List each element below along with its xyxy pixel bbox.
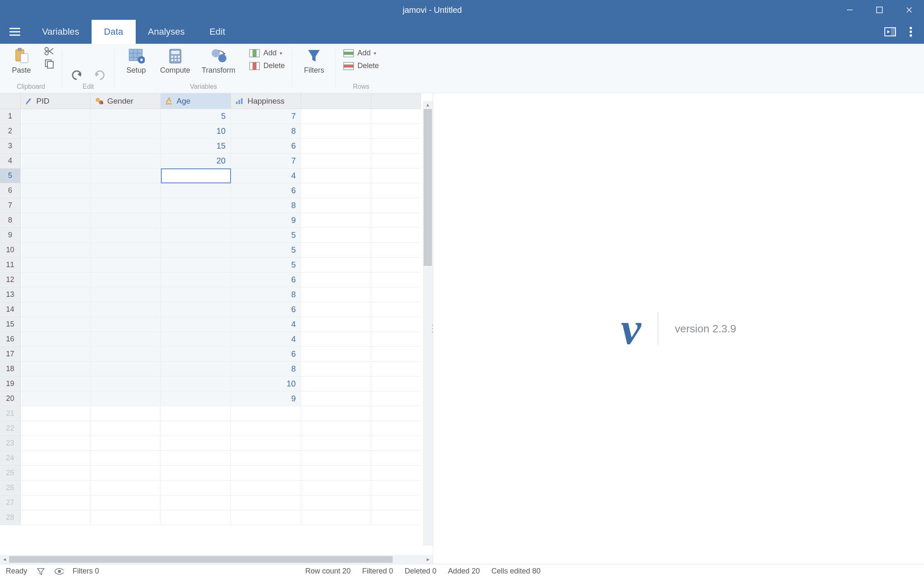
cell-empty[interactable] bbox=[371, 302, 421, 317]
cell[interactable] bbox=[91, 139, 161, 154]
cell-empty[interactable] bbox=[301, 124, 371, 139]
cell[interactable] bbox=[21, 302, 91, 317]
cell[interactable] bbox=[91, 213, 161, 228]
row-number[interactable]: 18 bbox=[0, 362, 21, 377]
filter-status-icon[interactable] bbox=[36, 567, 45, 576]
cell[interactable]: 7 bbox=[231, 154, 301, 168]
cell-empty[interactable] bbox=[301, 451, 371, 466]
row-number[interactable]: 2 bbox=[0, 124, 21, 139]
cell[interactable] bbox=[161, 183, 231, 198]
cell[interactable] bbox=[21, 109, 91, 124]
cell[interactable] bbox=[21, 168, 91, 183]
cell[interactable] bbox=[91, 228, 161, 243]
cell[interactable] bbox=[161, 436, 231, 451]
cell-empty[interactable] bbox=[301, 213, 371, 228]
cell-empty[interactable] bbox=[371, 495, 421, 510]
row-number[interactable]: 27 bbox=[0, 495, 21, 510]
cell-empty[interactable] bbox=[301, 347, 371, 362]
cell-empty[interactable] bbox=[371, 466, 421, 481]
tab-analyses[interactable]: Analyses bbox=[136, 20, 197, 44]
cell-empty[interactable] bbox=[301, 362, 371, 377]
cell-empty[interactable] bbox=[371, 451, 421, 466]
cell-empty[interactable] bbox=[371, 228, 421, 243]
cell[interactable] bbox=[21, 421, 91, 436]
column-header-gender[interactable]: aGender bbox=[91, 93, 161, 109]
cell[interactable] bbox=[21, 213, 91, 228]
cell[interactable]: 8 bbox=[231, 362, 301, 377]
scroll-up-icon[interactable]: ▲ bbox=[423, 101, 433, 109]
cell[interactable] bbox=[161, 213, 231, 228]
cell[interactable] bbox=[21, 124, 91, 139]
cell[interactable] bbox=[161, 287, 231, 302]
cell[interactable]: 6 bbox=[231, 347, 301, 362]
row-number[interactable]: 11 bbox=[0, 258, 21, 272]
cell[interactable] bbox=[161, 481, 231, 495]
cell-empty[interactable] bbox=[371, 362, 421, 377]
cell[interactable] bbox=[231, 421, 301, 436]
cell[interactable] bbox=[91, 243, 161, 258]
cell[interactable]: 6 bbox=[231, 302, 301, 317]
hscroll-thumb[interactable] bbox=[9, 556, 393, 563]
add-row-button[interactable]: Add ▾ bbox=[341, 48, 381, 58]
cell[interactable] bbox=[161, 198, 231, 213]
cell[interactable]: 10 bbox=[231, 377, 301, 391]
toggle-results-pane-icon[interactable] bbox=[883, 24, 898, 39]
cell[interactable] bbox=[91, 510, 161, 525]
cell[interactable] bbox=[161, 317, 231, 332]
cell-empty[interactable] bbox=[371, 198, 421, 213]
cell-empty[interactable] bbox=[301, 287, 371, 302]
cell[interactable]: 9 bbox=[231, 213, 301, 228]
cell[interactable] bbox=[231, 451, 301, 466]
cell[interactable] bbox=[21, 243, 91, 258]
row-number[interactable]: 22 bbox=[0, 421, 21, 436]
cell[interactable] bbox=[161, 466, 231, 481]
add-variable-button[interactable]: Add ▾ bbox=[247, 48, 287, 58]
transform-button[interactable]: Transform bbox=[198, 45, 239, 76]
cell-empty[interactable] bbox=[371, 481, 421, 495]
column-header-age[interactable]: Age bbox=[161, 93, 231, 109]
row-number[interactable]: 10 bbox=[0, 243, 21, 258]
cell[interactable] bbox=[91, 451, 161, 466]
cell[interactable] bbox=[231, 495, 301, 510]
cell[interactable] bbox=[21, 510, 91, 525]
cell[interactable]: 8 bbox=[231, 287, 301, 302]
cell[interactable] bbox=[91, 421, 161, 436]
cell-empty[interactable] bbox=[371, 391, 421, 406]
cell-empty[interactable] bbox=[371, 124, 421, 139]
cell[interactable] bbox=[161, 377, 231, 391]
cell[interactable] bbox=[21, 198, 91, 213]
row-number[interactable]: 13 bbox=[0, 287, 21, 302]
cell[interactable] bbox=[21, 377, 91, 391]
row-number[interactable]: 19 bbox=[0, 377, 21, 391]
cell-empty[interactable] bbox=[301, 154, 371, 168]
cell-empty[interactable] bbox=[301, 109, 371, 124]
cell[interactable] bbox=[161, 347, 231, 362]
cell-empty[interactable] bbox=[371, 377, 421, 391]
cell[interactable]: 5 bbox=[231, 258, 301, 272]
cell[interactable] bbox=[161, 302, 231, 317]
row-number[interactable]: 17 bbox=[0, 347, 21, 362]
cell[interactable] bbox=[161, 510, 231, 525]
cut-button[interactable] bbox=[41, 46, 57, 56]
row-number[interactable]: 23 bbox=[0, 436, 21, 451]
cell-empty[interactable] bbox=[301, 377, 371, 391]
cell[interactable] bbox=[91, 436, 161, 451]
cell-empty[interactable] bbox=[301, 436, 371, 451]
cell-empty[interactable] bbox=[371, 139, 421, 154]
cell-empty[interactable] bbox=[301, 272, 371, 287]
cell-empty[interactable] bbox=[371, 347, 421, 362]
cell[interactable] bbox=[21, 139, 91, 154]
cell-empty[interactable] bbox=[371, 109, 421, 124]
cell[interactable] bbox=[231, 510, 301, 525]
cell[interactable] bbox=[91, 466, 161, 481]
row-number[interactable]: 12 bbox=[0, 272, 21, 287]
cell[interactable] bbox=[161, 332, 231, 347]
column-header-happiness[interactable]: Happiness bbox=[231, 93, 301, 109]
column-header-empty[interactable] bbox=[301, 93, 371, 109]
cell[interactable] bbox=[21, 406, 91, 421]
cell[interactable] bbox=[21, 287, 91, 302]
cell-empty[interactable] bbox=[301, 510, 371, 525]
cell[interactable]: 5 bbox=[231, 243, 301, 258]
cell[interactable]: 20 bbox=[161, 154, 231, 168]
cell[interactable] bbox=[91, 302, 161, 317]
